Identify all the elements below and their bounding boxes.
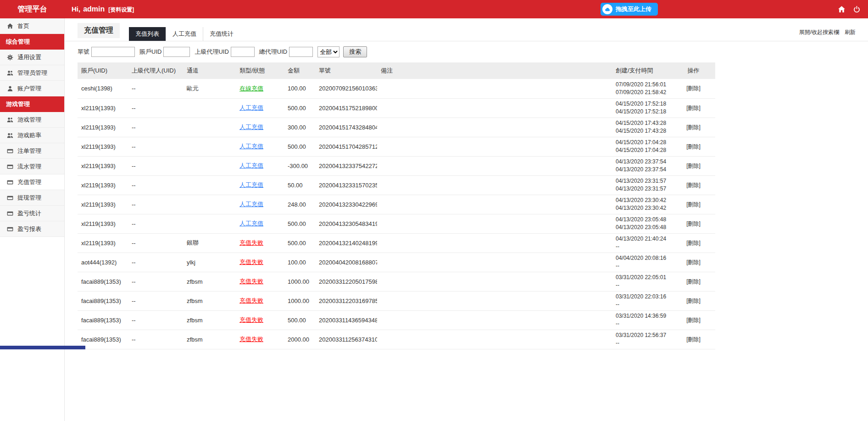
status-filter-select[interactable]: 全部 (317, 46, 339, 57)
delete-button[interactable]: [刪除] (686, 143, 701, 150)
delete-button[interactable]: [刪除] (686, 317, 701, 323)
upload-dropzone-button[interactable]: 拖拽至此上传 (601, 3, 658, 16)
cell-order-no: 20200415170428571265 (315, 137, 377, 156)
cell-amount: 500.00 (284, 214, 315, 233)
tab-1[interactable]: 人工充值 (166, 27, 203, 41)
cell-time: 04/04/2020 20:08:16-- (612, 253, 672, 272)
cell-action: [刪除] (672, 253, 715, 272)
sidebar-item-4[interactable]: 账户管理 (0, 81, 64, 96)
cell-status: 人工充值 (236, 98, 284, 118)
card-icon (7, 179, 13, 185)
status-link[interactable]: 充值失败 (239, 316, 263, 323)
cell-amount: 1000.00 (284, 272, 315, 291)
cell-channel (183, 118, 236, 137)
cell-action: [刪除] (672, 330, 715, 349)
delete-button[interactable]: [刪除] (686, 182, 701, 188)
delete-button[interactable]: [刪除] (686, 336, 701, 342)
cell-remark (377, 98, 612, 118)
status-link[interactable]: 充值失败 (239, 258, 263, 265)
sidebar-item-2[interactable]: 通用设置 (0, 50, 64, 65)
table-row: xl2119(1393)--人工充值248.002020041323304229… (78, 195, 715, 214)
header-icons (838, 6, 861, 13)
parent-agent-uid-input[interactable] (231, 47, 255, 57)
delete-button[interactable]: [刪除] (686, 220, 701, 227)
cell-agent: -- (128, 291, 183, 310)
status-link[interactable]: 人工充值 (239, 220, 263, 227)
order-no-label: 單號 (78, 48, 89, 56)
sidebar-item-13[interactable]: 盈亏报表 (0, 221, 64, 237)
status-link[interactable]: 人工充值 (239, 143, 263, 150)
status-link[interactable]: 充值失败 (239, 297, 263, 304)
table-row: xl2119(1393)--人工充值50.0020200413233157023… (78, 175, 715, 195)
created-time: 03/31/2020 22:05:01 (616, 274, 668, 281)
sidebar-item-9[interactable]: 流水管理 (0, 159, 64, 174)
account-uid-input[interactable] (163, 47, 190, 57)
cell-order-no: 20200413214024819932 (315, 233, 377, 253)
delete-button[interactable]: [刪除] (686, 259, 701, 265)
delete-button[interactable]: [刪除] (686, 298, 701, 304)
status-link[interactable]: 人工充值 (239, 104, 263, 111)
refresh-link[interactable]: 刷新 (845, 28, 856, 36)
general-agent-uid-label: 總代理UID (259, 48, 287, 56)
status-link[interactable]: 人工充值 (239, 162, 263, 169)
toggle-search-link[interactable]: 展開/收起搜索欄 (799, 28, 839, 36)
status-link[interactable]: 人工充值 (239, 181, 263, 188)
profile-settings-link[interactable]: [资料设置] (108, 6, 134, 14)
sidebar-item-3[interactable]: 管理员管理 (0, 65, 64, 81)
delete-button[interactable]: [刪除] (686, 201, 701, 208)
users-icon (7, 117, 13, 123)
cell-order-no: 20200331220316978560 (315, 291, 377, 310)
status-link[interactable]: 人工充值 (239, 123, 263, 130)
status-link[interactable]: 充值失败 (239, 239, 263, 246)
search-fields: 單號賬戶UID上級代理UID總代理UID (78, 47, 317, 57)
column-header-7: 創建/支付時間 (612, 62, 672, 79)
delete-button[interactable]: [刪除] (686, 163, 701, 169)
created-time: 03/31/2020 12:56:37 (616, 331, 668, 339)
table-row: xl2119(1393)--人工充值500.002020041517042857… (78, 137, 715, 156)
sidebar-item-11[interactable]: 提现管理 (0, 190, 64, 206)
sidebar-item-8[interactable]: 注单管理 (0, 143, 64, 159)
table-row: xl2119(1393)--人工充值500.002020041517521898… (78, 98, 715, 118)
general-agent-uid-input[interactable] (289, 47, 313, 57)
sidebar-item-7[interactable]: 游戏赔率 (0, 128, 64, 143)
sidebar-item-12[interactable]: 盈亏统计 (0, 206, 64, 221)
delete-button[interactable]: [刪除] (686, 240, 701, 246)
search-button[interactable]: 搜索 (343, 46, 367, 57)
order-no-input[interactable] (91, 47, 135, 57)
cell-channel (183, 156, 236, 175)
cell-account: facai889(1353) (78, 272, 128, 291)
sidebar-item-label: 流水管理 (17, 163, 41, 171)
created-time: 04/04/2020 20:08:16 (616, 254, 668, 262)
sidebar-item-10[interactable]: 充值管理 (0, 174, 64, 190)
account-uid-label: 賬戶UID (139, 48, 161, 56)
home-icon[interactable] (838, 6, 846, 13)
paid-time: 04/13/2020 23:30:42 (616, 204, 668, 212)
delete-button[interactable]: [刪除] (686, 105, 701, 111)
power-icon[interactable] (853, 6, 861, 13)
delete-button[interactable]: [刪除] (686, 124, 701, 130)
status-link[interactable]: 充值失败 (239, 336, 263, 342)
cell-order-no: 20200331220501759804 (315, 272, 377, 291)
cell-amount: 500.00 (284, 98, 315, 118)
sidebar-item-6[interactable]: 游戏管理 (0, 112, 64, 128)
tab-0[interactable]: 充值列表 (129, 27, 166, 41)
status-link[interactable]: 人工充值 (239, 201, 263, 208)
recharge-table: 賬戶(UID)上級代理人(UID)通道類型/狀態金額單號備注創建/支付時間操作 … (78, 62, 715, 349)
sidebar-item-0[interactable]: 首页 (0, 18, 64, 34)
status-link[interactable]: 充值失败 (239, 278, 263, 285)
table-row: facai889(1353)--zfbsm充值失败1000.0020200331… (78, 291, 715, 310)
created-time: 04/15/2020 17:52:18 (616, 100, 668, 108)
greeting-prefix: Hi, (72, 5, 80, 13)
cell-agent: -- (128, 175, 183, 195)
table-row: facai889(1353)--zfbsm充值失败500.00202003311… (78, 310, 715, 330)
delete-button[interactable]: [刪除] (686, 278, 701, 285)
tab-2[interactable]: 充值统计 (203, 27, 240, 41)
cell-status: 人工充值 (236, 118, 284, 137)
home-icon (7, 23, 13, 29)
bottom-scroll-thumb[interactable] (0, 346, 85, 349)
cell-amount: 100.00 (284, 79, 315, 98)
cell-amount: 500.00 (284, 137, 315, 156)
column-header-5: 單號 (315, 62, 377, 79)
delete-button[interactable]: [刪除] (686, 85, 701, 91)
status-link[interactable]: 在線充值 (239, 85, 263, 92)
